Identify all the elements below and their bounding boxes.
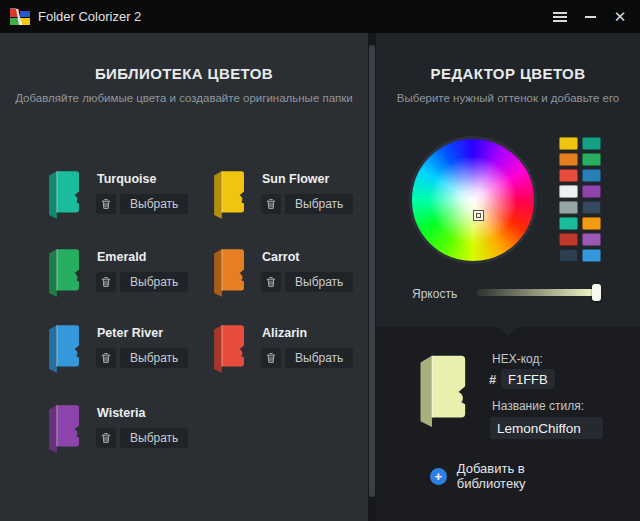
select-color-button[interactable]: Выбрать xyxy=(285,272,353,292)
color-swatch[interactable] xyxy=(582,169,601,182)
color-swatch[interactable] xyxy=(582,185,601,198)
select-color-button[interactable]: Выбрать xyxy=(285,194,353,214)
trash-icon xyxy=(100,352,112,364)
delete-color-button[interactable] xyxy=(96,194,116,214)
library-subtitle: Добавляйте любимые цвета и создавайте ор… xyxy=(0,92,368,104)
color-name: Turquoise xyxy=(97,172,157,186)
minimize-button[interactable] xyxy=(574,0,606,33)
trash-icon xyxy=(265,352,277,364)
delete-color-button[interactable] xyxy=(261,272,281,292)
trash-icon xyxy=(100,198,112,210)
trash-icon xyxy=(265,198,277,210)
close-icon: ✕ xyxy=(614,9,627,24)
folder-icon xyxy=(209,322,246,374)
library-item-emerald: Emerald Выбрать xyxy=(44,246,204,318)
color-swatch[interactable] xyxy=(559,169,578,182)
select-color-button[interactable]: Выбрать xyxy=(120,428,188,448)
trash-icon xyxy=(265,276,277,288)
color-swatch[interactable] xyxy=(582,201,601,214)
color-swatch[interactable] xyxy=(559,137,578,150)
library-item-wisteria: Wisteria Выбрать xyxy=(44,402,204,474)
app-logo-icon xyxy=(9,6,31,26)
add-to-library-button[interactable]: + Добавить в библиотеку xyxy=(430,463,595,489)
add-to-library-label: Добавить в библиотеку xyxy=(457,461,595,491)
brightness-label: Яркость xyxy=(412,287,457,301)
hamburger-icon xyxy=(553,12,567,22)
color-name: Carrot xyxy=(262,250,300,264)
folder-icon xyxy=(209,168,246,220)
folder-preview-icon xyxy=(413,351,468,429)
color-swatch[interactable] xyxy=(559,201,578,214)
folder-icon xyxy=(44,402,81,454)
color-swatch[interactable] xyxy=(582,137,601,150)
color-swatch[interactable] xyxy=(559,153,578,166)
style-name-label: Название стиля: xyxy=(492,399,584,413)
delete-color-button[interactable] xyxy=(96,272,116,292)
color-swatch[interactable] xyxy=(559,249,578,262)
library-title: БИБЛИОТЕКА ЦВЕТОВ xyxy=(0,65,368,82)
folder-icon xyxy=(209,246,246,298)
delete-color-button[interactable] xyxy=(96,428,116,448)
editor-subtitle: Выберите нужный оттенок и добавьте его xyxy=(376,92,640,104)
color-swatch[interactable] xyxy=(582,233,601,246)
close-button[interactable]: ✕ xyxy=(604,0,636,33)
color-name: Sun Flower xyxy=(262,172,329,186)
color-name: Wisteria xyxy=(97,406,146,420)
color-wheel[interactable] xyxy=(409,136,537,264)
select-color-button[interactable]: Выбрать xyxy=(120,272,188,292)
color-swatch[interactable] xyxy=(559,233,578,246)
trash-icon xyxy=(100,432,112,444)
delete-color-button[interactable] xyxy=(96,348,116,368)
minimize-icon xyxy=(585,16,596,18)
section-notch xyxy=(499,327,517,336)
library-item-turquoise: Turquoise Выбрать xyxy=(44,168,204,240)
library-item-alizarin: Alizarin Выбрать xyxy=(209,322,369,394)
color-swatch[interactable] xyxy=(582,217,601,230)
color-swatch[interactable] xyxy=(582,153,601,166)
select-color-button[interactable]: Выбрать xyxy=(120,194,188,214)
color-swatch[interactable] xyxy=(559,185,578,198)
delete-color-button[interactable] xyxy=(261,194,281,214)
title-bar: Folder Colorizer 2 ✕ xyxy=(0,0,640,33)
library-item-carrot: Carrot Выбрать xyxy=(209,246,369,318)
color-name: Emerald xyxy=(97,250,146,264)
select-color-button[interactable]: Выбрать xyxy=(120,348,188,368)
window-title: Folder Colorizer 2 xyxy=(38,9,141,24)
folder-icon xyxy=(44,246,81,298)
scrollbar-thumb[interactable] xyxy=(369,45,375,497)
library-scrollbar[interactable] xyxy=(368,33,376,521)
color-swatch[interactable] xyxy=(582,249,601,262)
color-name: Alizarin xyxy=(262,326,307,340)
hex-code-input[interactable] xyxy=(501,369,555,389)
style-name-input[interactable] xyxy=(490,417,603,439)
hex-code-label: HEX-код: xyxy=(492,352,543,366)
preset-swatch-grid xyxy=(559,137,601,262)
brightness-slider-thumb[interactable] xyxy=(592,284,601,301)
color-wheel-cursor[interactable] xyxy=(474,211,483,220)
library-item-sun-flower: Sun Flower Выбрать xyxy=(209,168,369,240)
folder-icon xyxy=(44,322,81,374)
hash-prefix: # xyxy=(489,372,496,387)
color-swatch[interactable] xyxy=(559,217,578,230)
delete-color-button[interactable] xyxy=(261,348,281,368)
select-color-button[interactable]: Выбрать xyxy=(285,348,353,368)
folder-icon xyxy=(44,168,81,220)
brightness-slider-track[interactable] xyxy=(477,289,595,296)
trash-icon xyxy=(100,276,112,288)
editor-title: РЕДАКТОР ЦВЕТОВ xyxy=(376,65,640,82)
app-window: Folder Colorizer 2 ✕ БИБЛИОТЕКА ЦВЕТОВ Д… xyxy=(0,0,640,521)
library-item-peter-river: Peter River Выбрать xyxy=(44,322,204,394)
color-name: Peter River xyxy=(97,326,163,340)
menu-button[interactable] xyxy=(544,0,576,33)
plus-icon: + xyxy=(430,468,447,485)
